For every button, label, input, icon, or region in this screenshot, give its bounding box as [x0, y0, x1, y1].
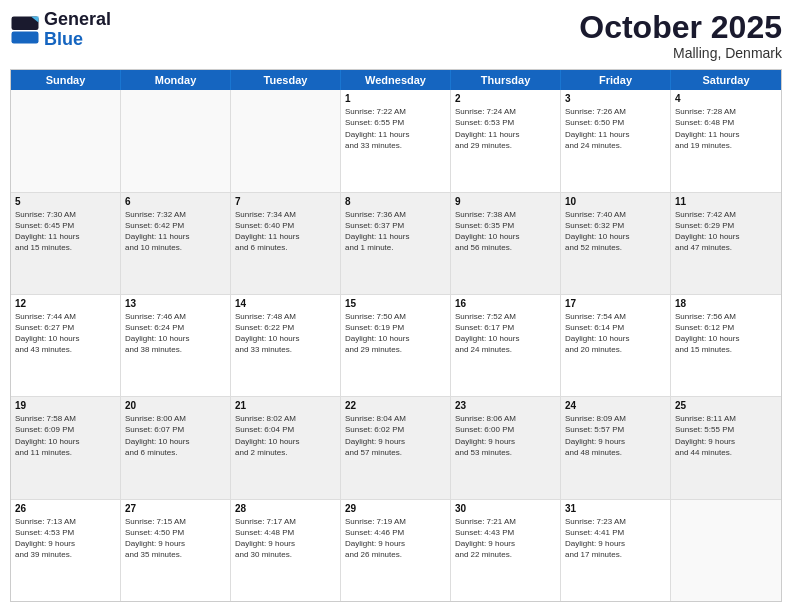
title-area: October 2025 Malling, Denmark — [579, 10, 782, 61]
logo-text: General Blue — [44, 10, 111, 50]
calendar-row: 5Sunrise: 7:30 AM Sunset: 6:45 PM Daylig… — [11, 193, 781, 295]
calendar-cell: 15Sunrise: 7:50 AM Sunset: 6:19 PM Dayli… — [341, 295, 451, 396]
day-info: Sunrise: 8:04 AM Sunset: 6:02 PM Dayligh… — [345, 413, 446, 458]
weekday-header: Wednesday — [341, 70, 451, 90]
day-number: 6 — [125, 196, 226, 207]
day-info: Sunrise: 7:48 AM Sunset: 6:22 PM Dayligh… — [235, 311, 336, 356]
calendar-cell: 11Sunrise: 7:42 AM Sunset: 6:29 PM Dayli… — [671, 193, 781, 294]
calendar-cell: 27Sunrise: 7:15 AM Sunset: 4:50 PM Dayli… — [121, 500, 231, 601]
day-number: 16 — [455, 298, 556, 309]
day-info: Sunrise: 7:19 AM Sunset: 4:46 PM Dayligh… — [345, 516, 446, 561]
calendar-cell: 1Sunrise: 7:22 AM Sunset: 6:55 PM Daylig… — [341, 90, 451, 191]
calendar-cell: 10Sunrise: 7:40 AM Sunset: 6:32 PM Dayli… — [561, 193, 671, 294]
calendar-row: 12Sunrise: 7:44 AM Sunset: 6:27 PM Dayli… — [11, 295, 781, 397]
calendar-cell: 2Sunrise: 7:24 AM Sunset: 6:53 PM Daylig… — [451, 90, 561, 191]
day-number: 5 — [15, 196, 116, 207]
calendar-cell: 23Sunrise: 8:06 AM Sunset: 6:00 PM Dayli… — [451, 397, 561, 498]
day-number: 26 — [15, 503, 116, 514]
calendar-cell: 7Sunrise: 7:34 AM Sunset: 6:40 PM Daylig… — [231, 193, 341, 294]
calendar-header: SundayMondayTuesdayWednesdayThursdayFrid… — [11, 70, 781, 90]
page: General Blue October 2025 Malling, Denma… — [0, 0, 792, 612]
calendar-row: 19Sunrise: 7:58 AM Sunset: 6:09 PM Dayli… — [11, 397, 781, 499]
weekday-header: Friday — [561, 70, 671, 90]
weekday-header: Sunday — [11, 70, 121, 90]
location: Malling, Denmark — [579, 45, 782, 61]
calendar-cell: 18Sunrise: 7:56 AM Sunset: 6:12 PM Dayli… — [671, 295, 781, 396]
day-number: 3 — [565, 93, 666, 104]
day-number: 21 — [235, 400, 336, 411]
day-number: 14 — [235, 298, 336, 309]
calendar-cell: 13Sunrise: 7:46 AM Sunset: 6:24 PM Dayli… — [121, 295, 231, 396]
calendar-cell: 17Sunrise: 7:54 AM Sunset: 6:14 PM Dayli… — [561, 295, 671, 396]
weekday-header: Thursday — [451, 70, 561, 90]
day-number: 1 — [345, 93, 446, 104]
day-number: 29 — [345, 503, 446, 514]
day-number: 20 — [125, 400, 226, 411]
logo-general: General — [44, 10, 111, 30]
day-info: Sunrise: 7:32 AM Sunset: 6:42 PM Dayligh… — [125, 209, 226, 254]
day-number: 2 — [455, 93, 556, 104]
day-number: 12 — [15, 298, 116, 309]
calendar-cell: 6Sunrise: 7:32 AM Sunset: 6:42 PM Daylig… — [121, 193, 231, 294]
day-info: Sunrise: 7:13 AM Sunset: 4:53 PM Dayligh… — [15, 516, 116, 561]
calendar-cell: 3Sunrise: 7:26 AM Sunset: 6:50 PM Daylig… — [561, 90, 671, 191]
day-info: Sunrise: 8:06 AM Sunset: 6:00 PM Dayligh… — [455, 413, 556, 458]
header: General Blue October 2025 Malling, Denma… — [10, 10, 782, 61]
day-number: 23 — [455, 400, 556, 411]
svg-rect-1 — [12, 31, 39, 43]
calendar-row: 26Sunrise: 7:13 AM Sunset: 4:53 PM Dayli… — [11, 500, 781, 601]
day-info: Sunrise: 7:58 AM Sunset: 6:09 PM Dayligh… — [15, 413, 116, 458]
day-number: 15 — [345, 298, 446, 309]
day-info: Sunrise: 7:40 AM Sunset: 6:32 PM Dayligh… — [565, 209, 666, 254]
day-info: Sunrise: 7:36 AM Sunset: 6:37 PM Dayligh… — [345, 209, 446, 254]
calendar-cell: 8Sunrise: 7:36 AM Sunset: 6:37 PM Daylig… — [341, 193, 451, 294]
day-info: Sunrise: 8:09 AM Sunset: 5:57 PM Dayligh… — [565, 413, 666, 458]
day-number: 9 — [455, 196, 556, 207]
day-number: 30 — [455, 503, 556, 514]
day-number: 8 — [345, 196, 446, 207]
day-number: 22 — [345, 400, 446, 411]
day-info: Sunrise: 7:22 AM Sunset: 6:55 PM Dayligh… — [345, 106, 446, 151]
calendar-cell: 25Sunrise: 8:11 AM Sunset: 5:55 PM Dayli… — [671, 397, 781, 498]
day-info: Sunrise: 7:17 AM Sunset: 4:48 PM Dayligh… — [235, 516, 336, 561]
calendar-row: 1Sunrise: 7:22 AM Sunset: 6:55 PM Daylig… — [11, 90, 781, 192]
day-info: Sunrise: 7:44 AM Sunset: 6:27 PM Dayligh… — [15, 311, 116, 356]
day-number: 25 — [675, 400, 777, 411]
day-number: 24 — [565, 400, 666, 411]
day-number: 17 — [565, 298, 666, 309]
logo: General Blue — [10, 10, 111, 50]
calendar-cell: 29Sunrise: 7:19 AM Sunset: 4:46 PM Dayli… — [341, 500, 451, 601]
calendar-cell — [231, 90, 341, 191]
day-number: 28 — [235, 503, 336, 514]
day-info: Sunrise: 7:28 AM Sunset: 6:48 PM Dayligh… — [675, 106, 777, 151]
day-info: Sunrise: 7:26 AM Sunset: 6:50 PM Dayligh… — [565, 106, 666, 151]
weekday-header: Saturday — [671, 70, 781, 90]
day-info: Sunrise: 7:15 AM Sunset: 4:50 PM Dayligh… — [125, 516, 226, 561]
day-info: Sunrise: 7:38 AM Sunset: 6:35 PM Dayligh… — [455, 209, 556, 254]
calendar-cell: 9Sunrise: 7:38 AM Sunset: 6:35 PM Daylig… — [451, 193, 561, 294]
calendar-cell: 31Sunrise: 7:23 AM Sunset: 4:41 PM Dayli… — [561, 500, 671, 601]
day-info: Sunrise: 7:30 AM Sunset: 6:45 PM Dayligh… — [15, 209, 116, 254]
day-number: 31 — [565, 503, 666, 514]
calendar-cell: 12Sunrise: 7:44 AM Sunset: 6:27 PM Dayli… — [11, 295, 121, 396]
day-number: 18 — [675, 298, 777, 309]
logo-icon — [10, 15, 40, 45]
calendar-cell — [121, 90, 231, 191]
day-number: 27 — [125, 503, 226, 514]
day-number: 11 — [675, 196, 777, 207]
day-number: 19 — [15, 400, 116, 411]
calendar-cell: 5Sunrise: 7:30 AM Sunset: 6:45 PM Daylig… — [11, 193, 121, 294]
day-info: Sunrise: 7:50 AM Sunset: 6:19 PM Dayligh… — [345, 311, 446, 356]
day-number: 4 — [675, 93, 777, 104]
calendar-body: 1Sunrise: 7:22 AM Sunset: 6:55 PM Daylig… — [11, 90, 781, 601]
weekday-header: Tuesday — [231, 70, 341, 90]
day-info: Sunrise: 7:52 AM Sunset: 6:17 PM Dayligh… — [455, 311, 556, 356]
calendar-cell: 22Sunrise: 8:04 AM Sunset: 6:02 PM Dayli… — [341, 397, 451, 498]
calendar-cell: 30Sunrise: 7:21 AM Sunset: 4:43 PM Dayli… — [451, 500, 561, 601]
calendar-cell: 4Sunrise: 7:28 AM Sunset: 6:48 PM Daylig… — [671, 90, 781, 191]
day-info: Sunrise: 7:24 AM Sunset: 6:53 PM Dayligh… — [455, 106, 556, 151]
day-info: Sunrise: 8:00 AM Sunset: 6:07 PM Dayligh… — [125, 413, 226, 458]
calendar: SundayMondayTuesdayWednesdayThursdayFrid… — [10, 69, 782, 602]
day-info: Sunrise: 7:46 AM Sunset: 6:24 PM Dayligh… — [125, 311, 226, 356]
day-number: 13 — [125, 298, 226, 309]
